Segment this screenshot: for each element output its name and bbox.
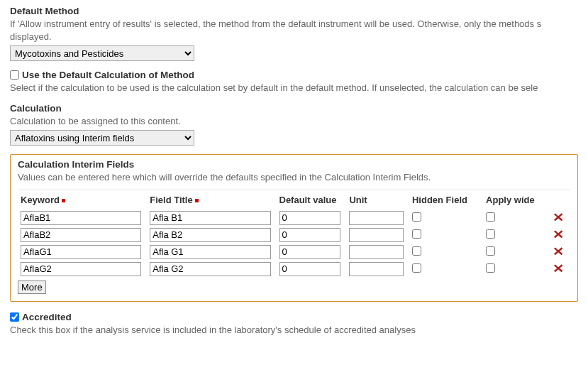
default-value-input[interactable] [279,211,341,225]
apply-wide-checkbox[interactable] [486,246,495,256]
default-value-input[interactable] [279,245,341,259]
required-icon [62,199,65,202]
hidden-field-checkbox[interactable] [412,212,421,222]
interim-fields-help: Values can be entered here which will ov… [18,171,570,184]
apply-wide-checkbox[interactable] [486,229,495,239]
interim-fields-panel: Calculation Interim Fields Values can be… [10,154,578,302]
calculation-select[interactable]: Aflatoxins using Interim fields [10,130,194,146]
interim-header-apply-wide: Apply wide [483,190,550,209]
default-method-title: Default Method [10,6,578,16]
interim-fields-table: Keyword Field Title Default value Unit H… [18,190,570,278]
keyword-input[interactable] [21,262,141,276]
apply-wide-checkbox[interactable] [486,212,495,222]
interim-fields-title: Calculation Interim Fields [18,159,570,170]
accredited-help: Check this box if the analysis service i… [10,324,578,337]
keyword-input[interactable] [21,228,141,242]
interim-header-keyword: Keyword [18,190,147,209]
table-row: ✕ [18,227,570,244]
default-value-input[interactable] [279,228,341,242]
hidden-field-checkbox[interactable] [412,246,421,256]
accredited-section: Accredited Check this box if the analysi… [10,312,578,337]
unit-input[interactable] [349,211,404,225]
unit-input[interactable] [349,262,404,276]
apply-wide-checkbox[interactable] [486,263,495,273]
keyword-input[interactable] [21,245,141,259]
use-default-calc-label: Use the Default Calculation of Method [22,70,194,80]
hidden-field-checkbox[interactable] [412,229,421,239]
delete-row-icon[interactable]: ✕ [553,229,564,241]
table-row: ✕ [18,244,570,261]
use-default-calc-section: Use the Default Calculation of Method Se… [10,70,578,94]
field-title-input[interactable] [150,228,270,242]
use-default-calc-checkbox[interactable] [10,70,19,80]
default-method-help: If 'Allow instrument entry of results' i… [10,18,578,43]
field-title-input[interactable] [150,211,270,225]
default-method-select[interactable]: Mycotoxins and Pesticides [10,45,194,61]
field-title-input[interactable] [150,262,270,276]
delete-row-icon[interactable]: ✕ [553,212,564,224]
interim-header-unit: Unit [346,190,409,209]
hidden-field-checkbox[interactable] [412,263,421,273]
more-button[interactable]: More [18,280,46,294]
unit-input[interactable] [349,228,404,242]
interim-header-field-title: Field Title [147,190,276,209]
interim-header-default: Default value [277,190,347,209]
required-icon [195,199,199,202]
table-row: ✕ [18,209,570,227]
delete-row-icon[interactable]: ✕ [553,263,564,275]
accredited-label: Accredited [22,312,72,322]
keyword-input[interactable] [21,211,141,225]
default-value-input[interactable] [279,262,341,276]
default-method-section: Default Method If 'Allow instrument entr… [10,6,578,61]
delete-row-icon[interactable]: ✕ [553,246,564,258]
field-title-input[interactable] [150,245,270,259]
use-default-calc-help: Select if the calculation to be used is … [10,82,578,94]
interim-header-hidden: Hidden Field [409,190,483,209]
table-row: ✕ [18,261,570,278]
calculation-help: Calculation to be assigned to this conte… [10,115,578,128]
accredited-checkbox[interactable] [10,312,19,322]
interim-header-row: Keyword Field Title Default value Unit H… [18,190,570,209]
calculation-section: Calculation Calculation to be assigned t… [10,103,578,146]
unit-input[interactable] [349,245,404,259]
calculation-title: Calculation [10,103,578,114]
